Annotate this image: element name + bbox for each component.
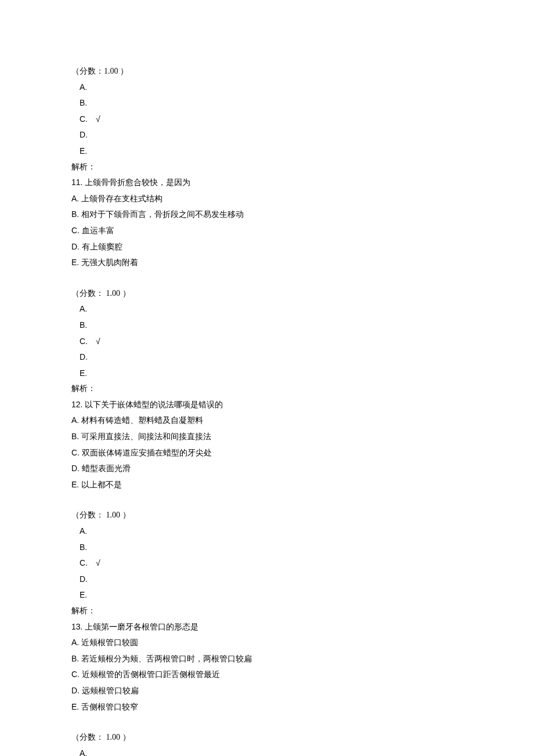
q10-score: （分数：1.00 ） [71,64,460,79]
q10-answer-c: C.√ [71,111,460,128]
q13-choice-a: A. 近颊根管口较圆 [71,635,460,651]
q11-choice-a: A. 上颌骨存在支柱式结构 [71,191,460,207]
q11-choice-e: E. 无强大肌肉附着 [71,255,460,271]
q13-score: （分数： 1.00 ） [71,730,460,746]
q11-answer-d: D. [71,349,460,366]
q13-choice-d: D. 远颊根管口较扁 [71,683,460,699]
q10-answer-a: A. [71,79,460,96]
q10-answer-d: D. [71,127,460,143]
q10-answer-b: B. [71,95,460,111]
q12-answer-c: C.√ [71,555,460,571]
document-content: （分数：1.00 ） A. B. C.√ D. E. 解析： 11. 上颌骨骨折… [71,64,460,756]
q13-choice-c: C. 近颊根管的舌侧根管口距舌侧根管最近 [71,667,460,683]
q12-choice-c: C. 双面嵌体铸道应安插在蜡型的牙尖处 [71,445,460,461]
q10-answer-e: E. [71,143,460,160]
q12-choice-a: A. 材料有铸造蜡、塑料蜡及自凝塑料 [71,413,460,429]
q12-analysis-label: 解析： [71,603,460,619]
q12-answer-b: B. [71,540,460,556]
q12-choice-e: E. 以上都不是 [71,477,460,493]
q12-score: （分数： 1.00 ） [71,508,460,523]
q12-stem: 12. 以下关于嵌体蜡型的说法哪项是错误的 [71,397,460,413]
q11-analysis-label: 解析： [71,381,460,397]
q13-answer-a: A. [71,746,460,756]
q10-analysis-label: 解析： [71,160,460,175]
q11-score: （分数： 1.00 ） [71,286,460,302]
q12-answer-a: A. [71,523,460,540]
q11-answer-a: A. [71,301,460,317]
q11-stem: 11. 上颌骨骨折愈合较快，是因为 [71,175,460,191]
q11-choice-c: C. 血运丰富 [71,223,460,239]
q12-answer-d: D. [71,571,460,588]
q13-stem: 13. 上颌第一磨牙各根管口的形态是 [71,619,460,635]
q11-choice-b: B. 相对于下颌骨而言，骨折段之间不易发生移动 [71,207,460,223]
q12-choice-d: D. 蜡型表面光滑 [71,461,460,477]
q12-answer-e: E. [71,587,460,603]
q13-choice-b: B. 若近颊根分为颊、舌两根管口时，两根管口较扁 [71,651,460,667]
q13-choice-e: E. 舌侧根管口较窄 [71,699,460,715]
q11-answer-b: B. [71,317,460,334]
q11-answer-e: E. [71,366,460,382]
q11-answer-c: C.√ [71,334,460,350]
q12-choice-b: B. 可采用直接法、间接法和间接直接法 [71,429,460,445]
q11-choice-d: D. 有上颌窦腔 [71,239,460,255]
